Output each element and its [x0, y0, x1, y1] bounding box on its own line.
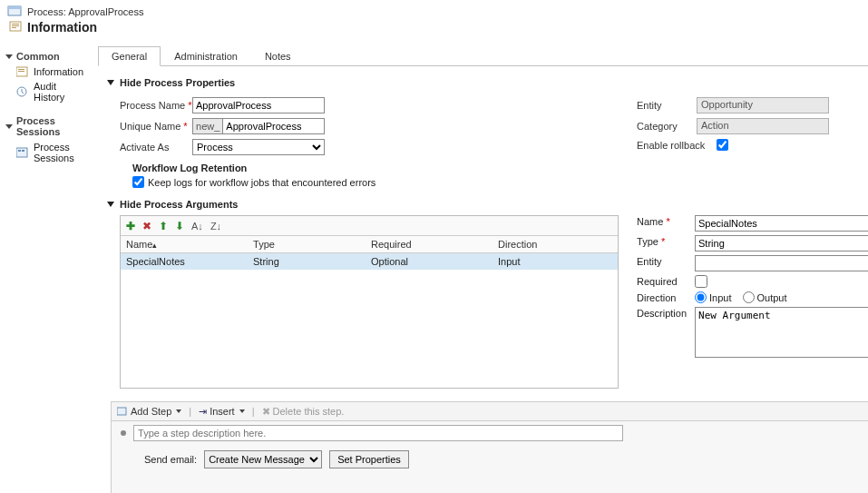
svg-rect-11 [18, 150, 21, 152]
caret-down-icon [107, 202, 114, 207]
argument-detail: Name * Type * Entity Required [637, 215, 868, 389]
sidebar-group-sessions[interactable]: Process Sessions [5, 115, 83, 137]
process-icon [7, 5, 22, 18]
field-entity: Opportunity [697, 97, 829, 113]
arguments-grid: ✚ ✖ ⬆ ⬇ A↓ Z↓ Name▴ Type Required Direct… [120, 215, 619, 389]
set-properties-button[interactable]: Set Properties [329, 450, 409, 468]
col-name[interactable]: Name▴ [121, 236, 248, 252]
tab-administration[interactable]: Administration [161, 46, 251, 66]
select-email-type[interactable]: Create New Message [204, 450, 322, 468]
sort-desc-icon[interactable]: Z↓ [210, 221, 221, 232]
label-category: Category [637, 121, 697, 132]
sort-asc-icon[interactable]: A↓ [191, 221, 203, 232]
audit-icon [16, 86, 29, 97]
input-arg-type[interactable] [695, 235, 868, 251]
tab-general[interactable]: General [98, 46, 161, 66]
svg-rect-4 [12, 25, 19, 26]
input-arg-name[interactable] [695, 215, 868, 232]
page-title: Information [27, 20, 97, 35]
svg-rect-1 [8, 6, 21, 9]
page-header: Process: ApprovalProcess [0, 0, 868, 22]
unique-name-prefix: new_ [193, 119, 223, 133]
textarea-arg-description[interactable] [695, 307, 868, 358]
svg-rect-12 [22, 150, 24, 152]
select-activate-as[interactable]: Process [192, 139, 325, 155]
sidebar-group-common[interactable]: Common [5, 51, 83, 62]
label-entity: Entity [637, 100, 697, 111]
insert-button[interactable]: ⇥Insert [199, 406, 245, 418]
sidebar-item-audit-history[interactable]: Audit History [5, 79, 83, 104]
add-icon[interactable]: ✚ [126, 220, 135, 232]
sidebar: Common Information Audit History Process… [0, 42, 89, 493]
input-arg-entity[interactable] [695, 255, 868, 271]
label-enable-rollback: Enable rollback [637, 140, 717, 151]
svg-rect-7 [18, 69, 24, 70]
tab-bar: General Administration Notes [98, 45, 868, 66]
label-arg-description: Description [637, 307, 695, 319]
label-arg-entity: Entity [637, 255, 695, 267]
add-step-button[interactable]: Add Step [117, 406, 181, 417]
svg-rect-8 [18, 71, 24, 72]
info-title-icon [9, 20, 24, 35]
steps-toolbar: Add Step | ⇥Insert | ✖ Delete this step. [111, 401, 868, 421]
svg-rect-13 [117, 408, 126, 415]
move-down-icon[interactable]: ⬇ [175, 220, 184, 232]
svg-rect-3 [12, 24, 19, 25]
label-process-name: Process Name * [120, 100, 192, 111]
caret-down-icon [107, 80, 114, 85]
content-area: General Administration Notes Hide Proces… [89, 42, 868, 493]
arguments-header: Name▴ Type Required Direction [121, 236, 618, 253]
svg-rect-10 [16, 148, 27, 157]
add-step-icon [117, 406, 128, 417]
step-bullet-icon [121, 430, 126, 436]
col-direction[interactable]: Direction [493, 236, 618, 252]
label-keep-logs: Keep logs for workflow jobs that encount… [148, 177, 375, 188]
label-arg-name: Name * [637, 215, 695, 227]
label-unique-name: Unique Name * [120, 121, 192, 132]
sessions-icon [16, 147, 29, 158]
process-breadcrumb: Process: ApprovalProcess [27, 6, 143, 17]
move-up-icon[interactable]: ⬆ [159, 220, 168, 232]
input-unique-name[interactable] [223, 119, 325, 133]
step-row[interactable] [112, 421, 868, 445]
label-workflow-log: Workflow Log Retention [132, 163, 455, 173]
col-required[interactable]: Required [366, 236, 493, 252]
radio-arg-output[interactable]: Output [743, 291, 787, 303]
sidebar-item-process-sessions[interactable]: Process Sessions [5, 140, 83, 165]
svg-rect-5 [12, 27, 16, 28]
delete-icon[interactable]: ✖ [142, 220, 151, 232]
tab-notes[interactable]: Notes [251, 46, 305, 66]
caret-down-icon [5, 54, 13, 59]
steps-body: Send email: Create New Message Set Prope… [111, 421, 868, 493]
caret-down-icon [5, 124, 13, 129]
step-action-row: Send email: Create New Message Set Prope… [112, 445, 868, 474]
radio-arg-input[interactable]: Input [695, 291, 731, 303]
argument-row[interactable]: SpecialNotes String Optional Input [121, 253, 618, 270]
label-arg-direction: Direction [637, 291, 695, 303]
arguments-toolbar: ✚ ✖ ⬆ ⬇ A↓ Z↓ [121, 216, 618, 236]
label-arg-type: Type * [637, 235, 695, 247]
field-category: Action [697, 118, 829, 134]
delete-step-button[interactable]: ✖ Delete this step. [262, 406, 345, 418]
col-type[interactable]: Type [248, 236, 366, 252]
input-process-name[interactable] [192, 97, 325, 113]
label-activate-as: Activate As [120, 142, 192, 153]
checkbox-keep-logs[interactable] [132, 176, 144, 188]
info-icon [16, 66, 29, 77]
label-send-email: Send email: [144, 454, 197, 465]
checkbox-enable-rollback[interactable] [717, 139, 728, 151]
sidebar-item-information[interactable]: Information [5, 64, 83, 79]
section-arguments-toggle[interactable]: Hide Process Arguments [107, 199, 868, 210]
input-step-description[interactable] [133, 425, 623, 441]
checkbox-arg-required[interactable] [695, 275, 707, 288]
section-properties-toggle[interactable]: Hide Process Properties [107, 77, 868, 88]
label-arg-required: Required [637, 275, 695, 287]
